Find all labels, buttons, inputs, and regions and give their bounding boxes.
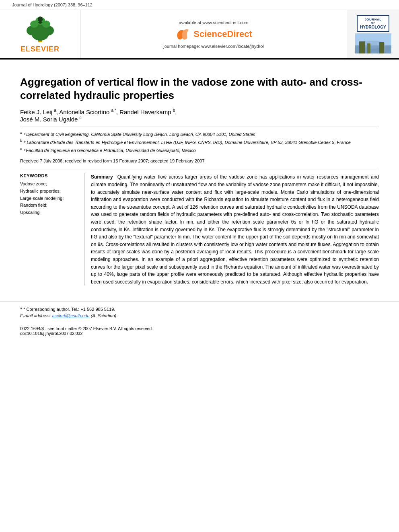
main-content: Aggregation of vertical flow in the vado…	[0, 60, 399, 294]
journal-logo-inner: JOURNAL OF HYDROLOGY	[357, 15, 389, 32]
sup-a1: a	[54, 108, 56, 113]
keyword-5: Upscaling	[20, 209, 78, 216]
abstract-text: Summary Quantifying water flow across la…	[91, 173, 379, 286]
sup-a2: a,*	[111, 108, 116, 113]
keyword-4: Random field;	[20, 202, 78, 209]
svg-rect-12	[359, 41, 365, 53]
affiliations: a ᵃ Department of Civil Engineering, Cal…	[20, 130, 379, 154]
abstract-section: KEYWORDS Vadose zone; Hydraulic properti…	[20, 173, 379, 286]
author-feike: Feike J. Leij a, Antonella Sciortino a,*…	[20, 109, 177, 115]
affil-b: b ᵇ Laboratoire d'Etude des Transferts e…	[20, 138, 379, 146]
affil-c: c ᶜ Facultad de Ingenieria en Geomática …	[20, 146, 379, 154]
jh-title: JOURNAL	[360, 18, 386, 21]
journal-logo-box: JOURNAL OF HYDROLOGY	[347, 10, 399, 58]
bottom-bar: 0022-1694/$ - see front matter © 2007 El…	[0, 324, 399, 338]
elsevier-logo-box: ELSEVIER	[0, 10, 80, 58]
corresponding-text: * Corresponding author. Tel.: +1 562 985…	[23, 307, 115, 312]
sup-b: b	[173, 108, 175, 113]
keyword-1: Vadose zone;	[20, 181, 78, 188]
svg-rect-14	[367, 43, 370, 53]
sciencedirect-text: ScienceDirect	[193, 29, 252, 39]
page: Journal of Hydrology (2007) 338, 96–112	[0, 0, 399, 532]
abstract-label: Summary	[91, 174, 113, 180]
email-line: E-mail address: asciorti@csulb.edu (A. S…	[20, 313, 379, 318]
elsevier-label: ELSEVIER	[21, 45, 60, 53]
email-suffix: (A. Sciortino).	[90, 313, 118, 318]
doi-text: doi:10.1016/j.jhydrol.2007.02.032	[20, 331, 379, 336]
sciencedirect-logo: ScienceDirect	[175, 27, 252, 41]
keyword-3: Large-scale modeling;	[20, 195, 78, 202]
author-jose: José M. Soria Ugalde c	[20, 116, 82, 123]
footer-section: * * Corresponding author. Tel.: +1 562 9…	[0, 302, 399, 318]
available-at-text: available at www.sciencedirect.com	[179, 20, 248, 25]
sup-c: c	[80, 115, 82, 120]
divider-1	[20, 127, 379, 127]
received-line: Received 7 July 2006; received in revise…	[20, 158, 379, 163]
corresponding-author-line: * * Corresponding author. Tel.: +1 562 9…	[20, 306, 379, 312]
jh-of: OF	[360, 21, 386, 25]
email-link[interactable]: asciorti@csulb.edu	[52, 313, 89, 318]
article-title: Aggregation of vertical flow in the vado…	[20, 76, 379, 102]
header-section: ELSEVIER available at www.sciencedirect.…	[0, 10, 399, 60]
star-icon: *	[20, 306, 22, 312]
divider-2	[20, 170, 379, 170]
keywords-title: KEYWORDS	[20, 173, 78, 178]
keywords-column: KEYWORDS Vadose zone; Hydraulic properti…	[20, 173, 84, 286]
svg-rect-13	[379, 42, 384, 53]
abstract-column: Summary Quantifying water flow across la…	[84, 173, 379, 286]
journal-homepage-text: journal homepage: www.elsevier.com/locat…	[163, 44, 263, 49]
center-header: available at www.sciencedirect.com Scien…	[80, 10, 347, 58]
journal-info-text: Journal of Hydrology (2007) 338, 96–112	[12, 2, 93, 7]
authors: Feike J. Leij a, Antonella Sciortino a,*…	[20, 108, 379, 123]
keyword-2: Hydraulic properties;	[20, 188, 78, 195]
affil-a: a ᵃ Department of Civil Engineering, Cal…	[20, 130, 379, 138]
sciencedirect-icon	[175, 27, 191, 41]
elsevier-tree-icon	[20, 15, 60, 43]
email-label-text: E-mail address:	[20, 313, 51, 318]
jh-name: HYDROLOGY	[360, 25, 386, 29]
direct-text: Direct	[227, 29, 252, 39]
abstract-body: Quantifying water flow across larger are…	[91, 174, 379, 284]
science-text: Science	[193, 29, 227, 39]
copyright-text: 0022-1694/$ - see front matter © 2007 El…	[20, 326, 379, 331]
svg-point-8	[38, 16, 43, 22]
journal-cover-image	[355, 33, 391, 53]
journal-info-bar: Journal of Hydrology (2007) 338, 96–112	[0, 0, 399, 10]
